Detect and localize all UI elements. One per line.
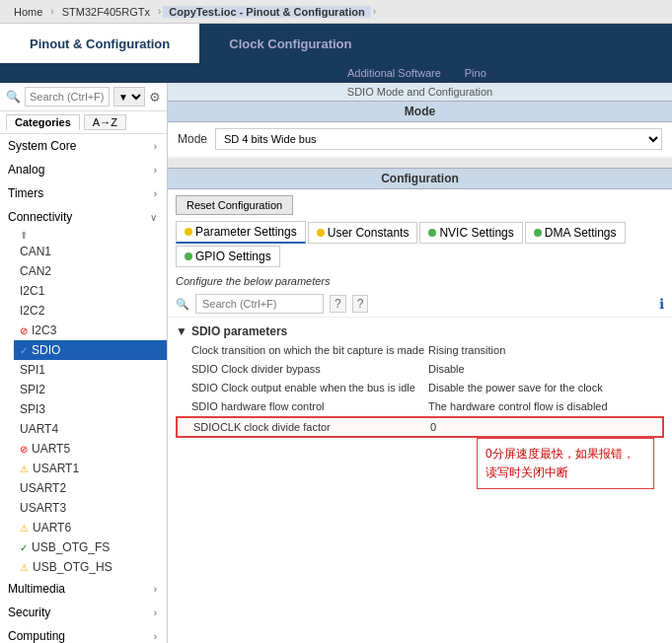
breadcrumb-sep-2: › xyxy=(158,6,161,17)
config-header: Configuration xyxy=(168,168,672,189)
sidebar-section-label: System Core xyxy=(8,139,76,153)
item-label: I2C2 xyxy=(20,304,44,318)
annotation-box: 0分屏速度最快，如果报错，读写时关闭中断 xyxy=(477,438,654,489)
sidebar-tab-atoz[interactable]: A→Z xyxy=(84,114,126,130)
breadcrumb-project[interactable]: CopyTest.ioc - Pinout & Configuration xyxy=(163,6,370,18)
warning-icon: ⚠ xyxy=(20,523,29,534)
param-search-row: 🔍 ? ? ℹ xyxy=(168,291,672,318)
item-label: I2C3 xyxy=(32,323,56,337)
sidebar-item-uart6[interactable]: ⚠ UART6 xyxy=(14,518,167,537)
item-label: UART5 xyxy=(32,442,70,456)
sub-tab-bar: Additional Software Pino xyxy=(0,63,672,83)
reset-config-button[interactable]: Reset Configuration xyxy=(176,195,293,215)
tab-nvic-settings[interactable]: NVIC Settings xyxy=(419,222,522,244)
gpio-tab-dot xyxy=(185,252,192,260)
sidebar-item-security[interactable]: Security › xyxy=(0,601,167,624)
mode-sub-header: SDIO Mode and Configuration xyxy=(168,83,672,101)
mode-select[interactable]: SD 4 bits Wide busSD 1 bitMMC 4 bits Wid… xyxy=(215,128,662,150)
sidebar-item-uart5[interactable]: ⊘ UART5 xyxy=(14,439,167,459)
sidebar-item-multimedia[interactable]: Multimedia › xyxy=(0,577,167,601)
breadcrumb-bar: Home › STM32F405RGTx › CopyTest.ioc - Pi… xyxy=(0,0,672,24)
sidebar-tab-row: Categories A→Z xyxy=(0,111,167,134)
param-name-4: SDIOCLK clock divide factor xyxy=(193,421,430,433)
main-layout: 🔍 ▼ ⚙ Categories A→Z System Core › Analo… xyxy=(0,83,672,643)
search-help-btn-1[interactable]: ? xyxy=(330,295,346,313)
search-icon: 🔍 xyxy=(6,90,21,104)
param-name-1: SDIO Clock divider bypass xyxy=(191,363,428,375)
main-tab-bar: Pinout & Configuration Clock Configurati… xyxy=(0,24,672,63)
param-value-4: 0 xyxy=(430,421,436,433)
param-value-1: Disable xyxy=(428,363,465,375)
sidebar-tab-categories[interactable]: Categories xyxy=(6,114,80,130)
warning-icon: ⚠ xyxy=(20,562,29,573)
sidebar-item-spi3[interactable]: SPI3 xyxy=(14,399,167,419)
sidebar-item-usb-otg-fs[interactable]: ✓ USB_OTG_FS xyxy=(14,537,167,557)
sidebar-search-row: 🔍 ▼ ⚙ xyxy=(0,83,167,111)
item-label: USB_OTG_FS xyxy=(32,540,110,554)
tab-clock[interactable]: Clock Configuration xyxy=(199,24,381,63)
param-name-0: Clock transition on which the bit captur… xyxy=(191,344,428,356)
sidebar-dropdown[interactable]: ▼ xyxy=(113,87,145,107)
sidebar-gear-icon[interactable]: ⚙ xyxy=(149,90,161,105)
breadcrumb-sep-3: › xyxy=(373,6,376,17)
sidebar-item-i2c1[interactable]: I2C1 xyxy=(14,281,167,301)
dma-tab-label: DMA Settings xyxy=(545,226,617,240)
sidebar-item-system-core[interactable]: System Core › xyxy=(0,134,167,158)
chevron-right-icon: › xyxy=(154,188,157,199)
group-label-text: SDIO parameters xyxy=(191,324,287,338)
sidebar-item-can2[interactable]: CAN2 xyxy=(14,261,167,281)
sidebar-item-timers[interactable]: Timers › xyxy=(0,181,167,205)
gpio-tab-label: GPIO Settings xyxy=(195,250,271,263)
item-label: CAN2 xyxy=(20,264,51,278)
sidebar-item-computing[interactable]: Computing › xyxy=(0,624,167,643)
sub-tab-pino[interactable]: Pino xyxy=(453,67,498,79)
sidebar-item-sdio[interactable]: ✓ SDIO xyxy=(14,340,167,360)
item-label: SPI1 xyxy=(20,363,45,377)
sidebar-search-input[interactable] xyxy=(25,87,110,107)
info-icon[interactable]: ℹ xyxy=(659,296,664,312)
search-icon: 🔍 xyxy=(176,298,189,311)
params-section: ▼ SDIO parameters Clock transition on wh… xyxy=(168,318,672,452)
item-label: UART4 xyxy=(20,422,58,436)
item-label: USART1 xyxy=(33,462,79,475)
tab-parameter-settings[interactable]: Parameter Settings xyxy=(176,221,306,244)
tab-dma-settings[interactable]: DMA Settings xyxy=(525,222,626,244)
tab-pinout[interactable]: Pinout & Configuration xyxy=(0,24,199,63)
item-label: SPI2 xyxy=(20,383,45,396)
sidebar-section-label: Computing xyxy=(8,629,65,643)
expand-icon: ⬆ xyxy=(20,230,28,241)
item-label: USB_OTG_HS xyxy=(33,560,112,574)
breadcrumb-sep-1: › xyxy=(50,6,53,17)
sidebar-item-usart2[interactable]: USART2 xyxy=(14,478,167,498)
check-icon: ✓ xyxy=(20,542,28,553)
sidebar-item-i2c3[interactable]: ⊘ I2C3 xyxy=(14,321,167,340)
param-search-input[interactable] xyxy=(195,294,324,314)
sidebar-item-usart3[interactable]: USART3 xyxy=(14,498,167,518)
sidebar-item-usart1[interactable]: ⚠ USART1 xyxy=(14,459,167,478)
search-help-btn-2[interactable]: ? xyxy=(352,295,369,313)
sidebar-item-connectivity[interactable]: Connectivity ∨ xyxy=(0,205,167,229)
breadcrumb-home[interactable]: Home xyxy=(8,6,48,18)
chevron-right-icon: › xyxy=(154,165,157,176)
mode-label: Mode xyxy=(178,132,207,146)
sidebar-item-can1[interactable]: CAN1 xyxy=(14,242,167,261)
sidebar-item-usb-otg-hs[interactable]: ⚠ USB_OTG_HS xyxy=(14,557,167,577)
chevron-right-icon: › xyxy=(154,584,157,595)
dma-tab-dot xyxy=(534,229,542,237)
sub-tab-additional[interactable]: Additional Software xyxy=(336,67,453,79)
configure-text: Configure the below parameters xyxy=(168,271,672,291)
param-value-2: Disable the power save for the clock xyxy=(428,382,603,393)
tab-user-constants[interactable]: User Constants xyxy=(308,222,418,244)
breadcrumb-chip[interactable]: STM32F405RGTx xyxy=(56,6,156,18)
sidebar-item-uart4[interactable]: UART4 xyxy=(14,419,167,439)
nvic-tab-label: NVIC Settings xyxy=(439,226,513,240)
annotation-text: 0分屏速度最快，如果报错，读写时关闭中断 xyxy=(485,447,635,479)
sidebar-item-spi1[interactable]: SPI1 xyxy=(14,360,167,380)
sidebar-item-spi2[interactable]: SPI2 xyxy=(14,380,167,399)
tab-gpio-settings[interactable]: GPIO Settings xyxy=(176,246,280,267)
item-label: SPI3 xyxy=(20,402,45,416)
spacer xyxy=(168,158,672,168)
sidebar-item-i2c2[interactable]: I2C2 xyxy=(14,301,167,321)
param-tab-dot xyxy=(185,228,192,236)
sidebar-item-analog[interactable]: Analog › xyxy=(0,158,167,181)
